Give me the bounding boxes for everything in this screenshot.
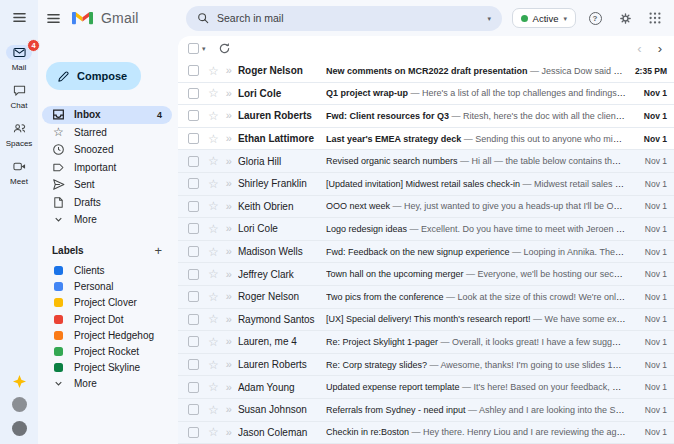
- email-row[interactable]: ☆ » Jason Coleman Checkin in re:Boston —…: [178, 422, 674, 444]
- star-icon[interactable]: ☆: [208, 223, 219, 235]
- rail-item-mail[interactable]: 4 Mail: [6, 45, 32, 72]
- compose-button[interactable]: Compose: [46, 62, 141, 90]
- help-button[interactable]: ?: [584, 7, 606, 29]
- avatar[interactable]: [12, 397, 27, 412]
- star-icon[interactable]: ☆: [208, 291, 219, 303]
- email-checkbox[interactable]: [188, 404, 199, 415]
- sidebar-labels-more[interactable]: More: [42, 376, 172, 392]
- email-checkbox[interactable]: [188, 336, 199, 347]
- email-row[interactable]: ☆ » Lauren, me 4 Re: Project Skylight 1-…: [178, 331, 674, 354]
- rail-item-meet[interactable]: Meet: [6, 159, 32, 186]
- sidebar-item-sent[interactable]: Sent: [42, 176, 172, 194]
- star-icon[interactable]: ☆: [208, 426, 219, 438]
- star-icon[interactable]: ☆: [208, 336, 219, 348]
- email-checkbox[interactable]: [188, 110, 199, 121]
- email-row[interactable]: ☆ » Madison Wells Fwd: Feedback on the n…: [178, 241, 674, 264]
- importance-marker-icon[interactable]: »: [226, 269, 231, 280]
- importance-marker-icon[interactable]: »: [226, 65, 231, 76]
- email-row[interactable]: ☆ » Roger Nelson New comments on MCR2022…: [178, 60, 674, 83]
- importance-marker-icon[interactable]: »: [226, 382, 231, 393]
- email-checkbox[interactable]: [188, 291, 199, 302]
- email-row[interactable]: ☆ » Adam Young Updated expense report te…: [178, 376, 674, 399]
- email-row[interactable]: ☆ » Lauren Roberts Fwd: Client resources…: [178, 105, 674, 128]
- email-checkbox[interactable]: [188, 223, 199, 234]
- email-row[interactable]: ☆ » Lauren Roberts Re: Corp strategy sli…: [178, 354, 674, 377]
- sidebar-item-more[interactable]: More: [42, 211, 172, 229]
- email-row[interactable]: ☆ » Susan Johnson Referrals from Sydney …: [178, 399, 674, 422]
- importance-marker-icon[interactable]: »: [226, 88, 231, 99]
- star-icon[interactable]: ☆: [208, 404, 219, 416]
- importance-marker-icon[interactable]: »: [226, 359, 231, 370]
- star-icon[interactable]: ☆: [208, 133, 219, 145]
- settings-button[interactable]: [614, 7, 636, 29]
- star-icon[interactable]: ☆: [208, 268, 219, 280]
- email-row[interactable]: ☆ » Jeffrey Clark Town hall on the upcom…: [178, 263, 674, 286]
- search-bar[interactable]: ▾: [186, 6, 502, 31]
- importance-marker-icon[interactable]: »: [226, 223, 231, 234]
- star-icon[interactable]: ☆: [208, 65, 219, 77]
- apps-button[interactable]: [644, 7, 666, 29]
- importance-marker-icon[interactable]: »: [226, 427, 231, 438]
- importance-marker-icon[interactable]: »: [226, 178, 231, 189]
- sidebar-label[interactable]: Project Skyline: [42, 360, 172, 376]
- importance-marker-icon[interactable]: »: [226, 133, 231, 144]
- refresh-icon[interactable]: [218, 42, 231, 55]
- star-icon[interactable]: ☆: [208, 178, 219, 190]
- select-all-checkbox[interactable]: [188, 43, 199, 54]
- email-row[interactable]: ☆ » Keith Obrien OOO next week — Hey, ju…: [178, 196, 674, 219]
- email-row[interactable]: ☆ » Lori Cole Q1 project wrap-up — Here'…: [178, 83, 674, 106]
- importance-marker-icon[interactable]: »: [226, 404, 231, 415]
- add-label-button[interactable]: +: [154, 243, 172, 258]
- email-row[interactable]: ☆ » Lori Cole Logo redesign ideas — Exce…: [178, 218, 674, 241]
- rail-item-spaces[interactable]: Spaces: [6, 121, 33, 148]
- importance-marker-icon[interactable]: »: [226, 156, 231, 167]
- star-icon[interactable]: ☆: [208, 110, 219, 122]
- star-icon[interactable]: ☆: [208, 155, 219, 167]
- email-checkbox[interactable]: [188, 269, 199, 280]
- status-chip[interactable]: Active ▾: [512, 8, 576, 28]
- importance-marker-icon[interactable]: »: [226, 110, 231, 121]
- email-row[interactable]: ☆ » Gloria Hill Revised organic search n…: [178, 150, 674, 173]
- search-input[interactable]: [217, 12, 479, 24]
- sidebar-label[interactable]: Project Rocket: [42, 343, 172, 359]
- rail-item-chat[interactable]: Chat: [6, 83, 32, 110]
- sidebar-item-inbox[interactable]: Inbox 4: [42, 106, 172, 124]
- spark-icon[interactable]: [13, 375, 26, 388]
- email-row[interactable]: ☆ » Roger Nelson Two pics from the confe…: [178, 286, 674, 309]
- sidebar-item-important[interactable]: Important: [42, 159, 172, 177]
- sidebar-label[interactable]: Personal: [42, 279, 172, 295]
- importance-marker-icon[interactable]: »: [226, 201, 231, 212]
- email-checkbox[interactable]: [188, 246, 199, 257]
- email-checkbox[interactable]: [188, 382, 199, 393]
- email-checkbox[interactable]: [188, 427, 199, 438]
- email-checkbox[interactable]: [188, 133, 199, 144]
- older-page-chevron-icon[interactable]: ›: [658, 42, 662, 55]
- search-options-caret-icon[interactable]: ▾: [487, 15, 491, 22]
- email-row[interactable]: ☆ » Raymond Santos [UX] Special delivery…: [178, 309, 674, 332]
- email-checkbox[interactable]: [188, 178, 199, 189]
- newer-page-chevron-icon[interactable]: ‹: [637, 42, 641, 55]
- email-checkbox[interactable]: [188, 201, 199, 212]
- select-dropdown-caret-icon[interactable]: ▾: [202, 45, 206, 52]
- rail-menu-button[interactable]: [12, 10, 27, 29]
- email-checkbox[interactable]: [188, 359, 199, 370]
- sidebar-label[interactable]: Clients: [42, 263, 172, 279]
- email-row[interactable]: ☆ » Shirley Franklin [Updated invitation…: [178, 173, 674, 196]
- avatar[interactable]: [12, 421, 27, 436]
- email-checkbox[interactable]: [188, 314, 199, 325]
- sidebar-item-snoozed[interactable]: Snoozed: [42, 141, 172, 159]
- importance-marker-icon[interactable]: »: [226, 336, 231, 347]
- importance-marker-icon[interactable]: »: [226, 314, 231, 325]
- star-icon[interactable]: ☆: [208, 87, 219, 99]
- star-icon[interactable]: ☆: [208, 381, 219, 393]
- email-checkbox[interactable]: [188, 65, 199, 76]
- sidebar-item-starred[interactable]: ☆ Starred: [42, 124, 172, 142]
- email-checkbox[interactable]: [188, 88, 199, 99]
- sidebar-label[interactable]: Project Clover: [42, 295, 172, 311]
- email-row[interactable]: ☆ » Ethan Lattimore Last year's EMEA str…: [178, 128, 674, 151]
- importance-marker-icon[interactable]: »: [226, 246, 231, 257]
- email-checkbox[interactable]: [188, 156, 199, 167]
- sidebar-label[interactable]: Project Dot: [42, 311, 172, 327]
- sidebar-label[interactable]: Project Hedgehog: [42, 327, 172, 343]
- star-icon[interactable]: ☆: [208, 246, 219, 258]
